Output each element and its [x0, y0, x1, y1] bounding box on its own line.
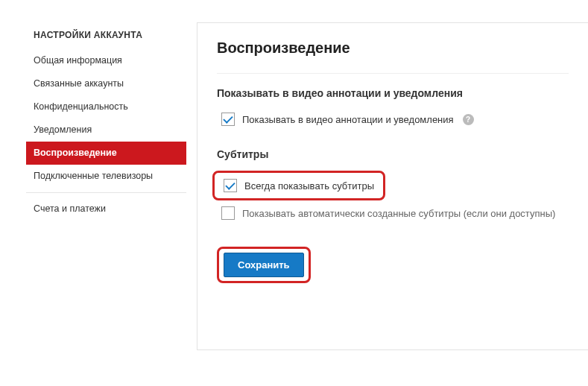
sidebar-header: НАСТРОЙКИ АККАУНТА	[26, 27, 186, 49]
section-annotations-title: Показывать в видео аннотации и уведомлен…	[217, 87, 569, 99]
highlight-save-button: Сохранить	[217, 247, 311, 283]
divider	[217, 73, 569, 74]
checkbox-row-always-subtitles: Всегда показывать субтитры	[219, 176, 379, 195]
sidebar-item-connected-tvs[interactable]: Подключенные телевизоры	[26, 165, 186, 188]
sidebar-item-connected-accounts[interactable]: Связанные аккаунты	[26, 72, 186, 95]
checkbox-row-auto-subtitles: Показывать автоматически созданные субти…	[217, 203, 569, 223]
save-button[interactable]: Сохранить	[224, 253, 304, 277]
sidebar-item-billing[interactable]: Счета и платежи	[26, 197, 186, 221]
sidebar: НАСТРОЙКИ АККАУНТА Общая информация Связ…	[26, 22, 186, 350]
checkbox-always-subtitles[interactable]	[224, 179, 237, 192]
sidebar-item-notifications[interactable]: Уведомления	[26, 118, 186, 142]
checkbox-annotations-label: Показывать в видео аннотации и уведомлен…	[242, 114, 454, 125]
sidebar-divider	[26, 192, 186, 193]
sidebar-item-playback[interactable]: Воспроизведение	[26, 142, 186, 165]
highlight-always-subtitles: Всегда показывать субтитры	[212, 171, 385, 200]
checkbox-auto-subtitles-label: Показывать автоматически созданные субти…	[242, 208, 555, 219]
main-panel: Воспроизведение Показывать в видео аннот…	[197, 22, 588, 350]
checkbox-annotations[interactable]	[221, 113, 235, 126]
page-title: Воспроизведение	[217, 39, 569, 57]
checkbox-auto-subtitles[interactable]	[221, 206, 235, 220]
sidebar-item-privacy[interactable]: Конфиденциальность	[26, 95, 186, 118]
section-subtitles-title: Субтитры	[217, 148, 569, 160]
checkbox-row-annotations: Показывать в видео аннотации и уведомлен…	[217, 110, 569, 129]
help-icon[interactable]: ?	[463, 114, 474, 125]
checkbox-always-subtitles-label: Всегда показывать субтитры	[244, 180, 374, 192]
sidebar-item-general[interactable]: Общая информация	[26, 49, 186, 72]
